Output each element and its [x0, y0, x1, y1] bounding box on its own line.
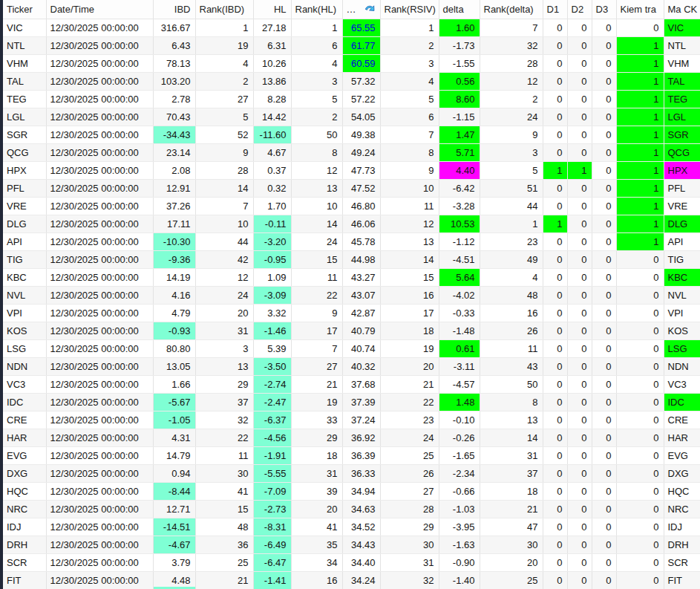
cell-delta[interactable]: -6.42	[439, 179, 480, 197]
cell-hl[interactable]: -6.37	[253, 411, 291, 429]
cell-d2[interactable]: 0	[567, 553, 592, 571]
cell-d1[interactable]: 0	[543, 36, 567, 54]
cell-ibd[interactable]: 37.26	[153, 197, 195, 215]
cell-d1[interactable]: 0	[543, 90, 567, 108]
cell-d2[interactable]: 0	[567, 357, 592, 375]
cell-ticker[interactable]: HQC	[3, 482, 46, 500]
cell-rank_ibd[interactable]: 13	[195, 357, 253, 375]
cell-kiem_tra[interactable]: 0	[616, 411, 664, 429]
table-row-DRH[interactable]: DRH12/30/2025 00:00:00-4.6736-6.493534.4…	[3, 536, 700, 553]
cell-ibd[interactable]: 1.66	[153, 375, 195, 393]
cell-ticker[interactable]: NDN	[3, 357, 46, 375]
cell-delta[interactable]: -1.63	[439, 536, 480, 553]
cell-datetime[interactable]: 12/30/2025 00:00:00	[46, 54, 153, 72]
cell-ma_ck[interactable]: KOS	[664, 322, 700, 339]
cell-delta[interactable]: -3.95	[439, 518, 480, 536]
cell-delta[interactable]: -3.11	[439, 357, 480, 375]
cell-datetime[interactable]: 12/30/2025 00:00:00	[46, 464, 153, 482]
cell-ticker[interactable]: PFL	[3, 179, 46, 197]
cell-rank_ibd[interactable]: 44	[195, 232, 253, 250]
cell-rank_hl[interactable]: 11	[291, 268, 342, 286]
cell-rank_ibd[interactable]: 2	[195, 72, 253, 90]
table-row-NVL[interactable]: NVL12/30/2025 00:00:004.1624-3.092243.07…	[3, 286, 700, 304]
cell-d1[interactable]: 0	[543, 446, 567, 464]
cell-ibd[interactable]: -5.67	[153, 393, 195, 411]
cell-ma_ck[interactable]: KBC	[664, 268, 700, 286]
cell-d2[interactable]: 0	[567, 197, 592, 215]
cell-kiem_tra[interactable]: 1	[616, 197, 664, 215]
cell-d3[interactable]: 0	[592, 215, 616, 232]
cell-rank_ibd[interactable]: 12	[195, 268, 253, 286]
cell-ma_ck[interactable]: SCR	[664, 553, 700, 571]
cell-ibd[interactable]: 0.94	[153, 464, 195, 482]
cell-kiem_tra[interactable]: 0	[616, 553, 664, 571]
cell-d2[interactable]: 0	[567, 304, 592, 322]
table-row-NDN[interactable]: NDN12/30/2025 00:00:0013.0513-3.502740.3…	[3, 357, 700, 375]
cell-ma_ck[interactable]: VC3	[664, 375, 700, 393]
cell-rank_delta[interactable]: 48	[480, 286, 543, 304]
cell-ibd[interactable]: 17.11	[153, 215, 195, 232]
cell-d3[interactable]: 0	[592, 126, 616, 143]
column-header-d3[interactable]: D3	[592, 0, 616, 19]
cell-ticker[interactable]: SCR	[3, 553, 46, 571]
cell-kiem_tra[interactable]: 0	[616, 446, 664, 464]
cell-datetime[interactable]: 12/30/2025 00:00:00	[46, 339, 153, 357]
cell-ma_ck[interactable]: VPI	[664, 304, 700, 322]
cell-ibd[interactable]: -34.43	[153, 126, 195, 143]
table-row-VRE[interactable]: VRE12/30/2025 00:00:0037.2671.701046.801…	[3, 197, 700, 215]
cell-d2[interactable]: 0	[567, 500, 592, 518]
cell-rank_delta[interactable]: 26	[480, 322, 543, 339]
cell-d2[interactable]: 0	[567, 19, 592, 36]
cell-ticker[interactable]: HPX	[3, 161, 46, 179]
cell-delta[interactable]: -0.10	[439, 411, 480, 429]
cell-rsiv[interactable]: 47.73	[342, 161, 380, 179]
cell-d3[interactable]: 0	[592, 393, 616, 411]
cell-hl[interactable]: 27.18	[253, 19, 291, 36]
cell-rank_ibd[interactable]: 9	[195, 143, 253, 161]
cell-datetime[interactable]: 12/30/2025 00:00:00	[46, 536, 153, 553]
cell-delta[interactable]: -1.03	[439, 500, 480, 518]
cell-hl[interactable]: -3.20	[253, 232, 291, 250]
cell-rank_ibd[interactable]: 42	[195, 250, 253, 268]
cell-rank_ibd[interactable]: 48	[195, 518, 253, 536]
table-row-NRC[interactable]: NRC12/30/2025 00:00:0012.7115-2.732034.6…	[3, 500, 700, 518]
cell-rsiv[interactable]: 34.40	[342, 553, 380, 571]
cell-rank_rsiv[interactable]: 11	[380, 197, 439, 215]
cell-rank_rsiv[interactable]: 15	[380, 268, 439, 286]
table-row-KBC[interactable]: KBC12/30/2025 00:00:0014.19121.091143.27…	[3, 268, 700, 286]
cell-d1[interactable]: 0	[543, 126, 567, 143]
column-header-ticker[interactable]: Ticker	[3, 0, 46, 19]
table-row-TAL[interactable]: TAL12/30/2025 00:00:00103.20213.86357.32…	[3, 72, 700, 90]
cell-rsiv[interactable]: 34.52	[342, 518, 380, 536]
cell-hl[interactable]: -7.09	[253, 482, 291, 500]
cell-delta[interactable]: -4.57	[439, 375, 480, 393]
cell-rank_rsiv[interactable]: 13	[380, 232, 439, 250]
cell-ticker[interactable]: VHM	[3, 54, 46, 72]
cell-d1[interactable]: 0	[543, 232, 567, 250]
cell-rank_rsiv[interactable]: 32	[380, 571, 439, 589]
cell-rank_delta[interactable]: 4	[480, 268, 543, 286]
cell-d1[interactable]: 1	[543, 215, 567, 232]
cell-rank_rsiv[interactable]: 3	[380, 54, 439, 72]
cell-rsiv[interactable]: 34.43	[342, 536, 380, 553]
cell-d1[interactable]: 0	[543, 500, 567, 518]
cell-rank_rsiv[interactable]: 25	[380, 446, 439, 464]
cell-d2[interactable]: 0	[567, 126, 592, 143]
cell-hl[interactable]: -2.73	[253, 500, 291, 518]
cell-rsiv[interactable]: 43.27	[342, 268, 380, 286]
cell-rsiv[interactable]: 43.07	[342, 286, 380, 304]
cell-hl[interactable]: 5.39	[253, 339, 291, 357]
cell-delta[interactable]: -0.33	[439, 304, 480, 322]
cell-datetime[interactable]: 12/30/2025 00:00:00	[46, 518, 153, 536]
cell-d2[interactable]: 0	[567, 482, 592, 500]
table-row-QCG[interactable]: QCG12/30/2025 00:00:0023.1494.67849.2485…	[3, 143, 700, 161]
cell-datetime[interactable]: 12/30/2025 00:00:00	[46, 429, 153, 446]
cell-rank_rsiv[interactable]: 28	[380, 500, 439, 518]
cell-ibd[interactable]: -9.36	[153, 250, 195, 268]
cell-rank_hl[interactable]: 14	[291, 215, 342, 232]
table-row-VIC[interactable]: VIC12/30/2025 00:00:00316.67127.18165.55…	[3, 19, 700, 36]
cell-rank_delta[interactable]: 7	[480, 19, 543, 36]
cell-delta[interactable]: -2.34	[439, 464, 480, 482]
cell-hl[interactable]: 4.67	[253, 143, 291, 161]
column-header-datetime[interactable]: Date/Time	[46, 0, 153, 19]
